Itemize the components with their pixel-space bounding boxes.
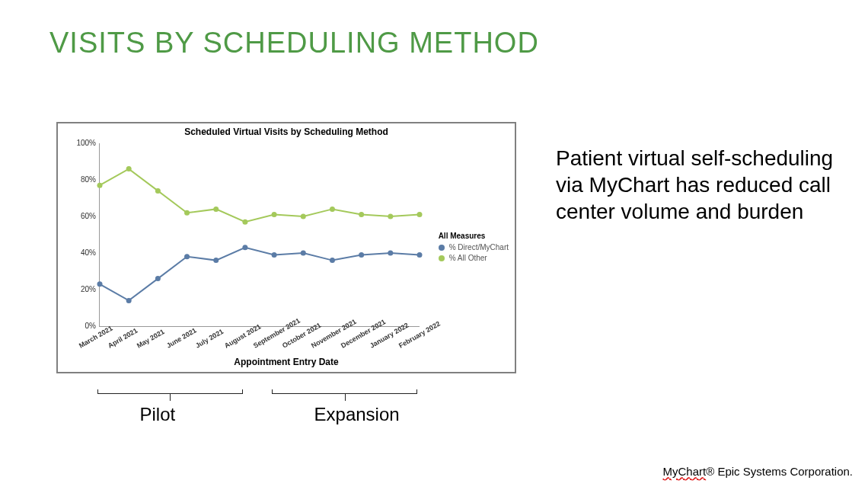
data-point xyxy=(301,251,306,256)
series-line xyxy=(100,248,420,301)
data-point xyxy=(213,258,219,263)
data-point xyxy=(272,212,277,217)
data-point xyxy=(155,188,161,194)
legend-dot-icon xyxy=(439,245,445,251)
y-tick-label: 60% xyxy=(73,212,96,220)
y-tick-label: 0% xyxy=(73,322,96,330)
footnote-brand: MyChart xyxy=(663,465,707,478)
legend-title: All Measures xyxy=(439,232,509,240)
x-axis-title: Appointment Entry Date xyxy=(58,357,515,367)
legend-dot-icon xyxy=(439,255,445,261)
y-tick-label: 20% xyxy=(73,285,96,293)
data-point xyxy=(359,212,364,217)
y-tick-label: 100% xyxy=(73,139,96,147)
phase-label: Pilot xyxy=(139,404,175,425)
data-point xyxy=(184,254,190,259)
footnote-rest: Epic Systems Corporation. xyxy=(714,465,853,478)
footnote: MyChart® Epic Systems Corporation. xyxy=(663,465,854,478)
y-tick-label: 80% xyxy=(73,175,96,184)
phase-bracket-tail xyxy=(170,393,171,401)
phase-bracket-tail xyxy=(345,393,346,401)
data-point xyxy=(417,252,423,258)
legend-item-other: % All Other xyxy=(439,254,509,262)
chart-title: Scheduled Virtual Visits by Scheduling M… xyxy=(58,127,515,137)
phase-label: Expansion xyxy=(314,404,400,425)
data-point xyxy=(330,207,335,212)
data-point xyxy=(242,245,247,250)
x-tick-label: May 2021 xyxy=(136,328,166,350)
slide-title: VISITS BY SCHEDULING METHOD xyxy=(49,27,539,59)
data-point xyxy=(417,212,423,217)
data-point xyxy=(330,258,335,263)
data-point xyxy=(213,207,219,212)
data-point xyxy=(126,166,132,171)
data-point xyxy=(97,183,103,188)
data-point xyxy=(388,251,393,256)
x-tick-label: July 2021 xyxy=(194,328,225,350)
data-point xyxy=(155,276,161,281)
legend-item-direct: % Direct/MyChart xyxy=(439,243,509,251)
series-line xyxy=(100,169,420,223)
data-point xyxy=(184,210,190,216)
data-point xyxy=(388,214,393,219)
plot-area xyxy=(99,143,420,327)
body-text: Patient virtual self-scheduling via MyCh… xyxy=(556,145,838,225)
legend-label: % All Other xyxy=(449,254,487,262)
data-point xyxy=(97,281,103,287)
y-tick-label: 40% xyxy=(73,248,96,257)
x-tick-label: June 2021 xyxy=(165,326,198,349)
legend: All Measures % Direct/MyChart % All Othe… xyxy=(439,232,509,264)
slide: VISITS BY SCHEDULING METHOD Scheduled Vi… xyxy=(0,0,868,490)
data-point xyxy=(359,252,364,258)
data-point xyxy=(301,214,306,219)
data-point xyxy=(272,252,277,258)
data-point xyxy=(126,298,132,303)
legend-label: % Direct/MyChart xyxy=(449,243,509,251)
chart-container: Scheduled Virtual Visits by Scheduling M… xyxy=(56,122,516,373)
data-point xyxy=(242,219,247,225)
footnote-registered: ® xyxy=(706,465,714,478)
chart-svg xyxy=(100,143,420,326)
